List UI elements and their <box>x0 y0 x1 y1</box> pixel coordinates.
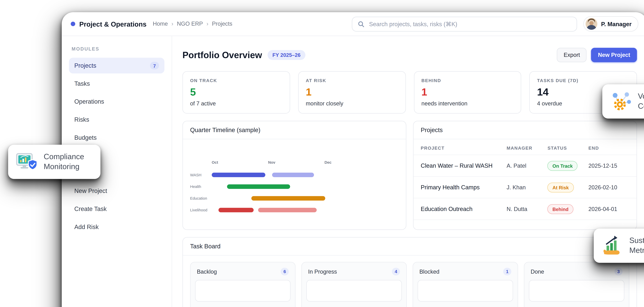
timeline-row: Livelihood <box>190 204 398 216</box>
task-board-columns: Backlog 6 In Progress 4 <box>183 255 636 307</box>
timeline-bar <box>272 173 314 177</box>
task-column-title: In Progress <box>308 268 337 275</box>
task-column-header: Done 3 <box>529 267 624 280</box>
task-column-blocked: Blocked 1 <box>413 262 518 307</box>
timeline-row: Health <box>190 181 398 192</box>
breadcrumb-item-ngo-erp[interactable]: NGO ERP <box>177 21 203 27</box>
kpi-value: 5 <box>190 86 282 98</box>
sidebar-item-projects[interactable]: Projects 7 <box>69 58 164 74</box>
sidebar-action-add-risk[interactable]: Add Risk <box>69 219 164 235</box>
floating-card-label: Sustainability Metrics <box>629 236 644 256</box>
timeline-row-label: Health <box>190 184 212 189</box>
table-row[interactable]: Education Outreach N. Dutta Behind 2026-… <box>414 198 636 220</box>
page-header: Portfolio Overview FY 2025–26 Export New… <box>182 48 637 62</box>
sidebar-item-label: Projects <box>74 62 96 69</box>
sidebar-item-label: Operations <box>74 98 104 105</box>
fiscal-year-badge: FY 2025–26 <box>268 50 306 60</box>
page: Project & Operations Home › NGO ERP › Pr… <box>0 0 644 307</box>
app-window: Project & Operations Home › NGO ERP › Pr… <box>62 12 644 307</box>
task-card[interactable] <box>195 280 290 301</box>
task-column-done: Done 3 <box>524 262 629 307</box>
panel-title: Quarter Timeline (sample) <box>183 121 406 139</box>
task-column-title: Done <box>531 268 544 275</box>
panel-title: Task Board <box>183 237 636 255</box>
breadcrumb-separator: › <box>206 21 208 27</box>
volunteer-coordination-icon <box>610 90 632 113</box>
kpi-label: AT RISK <box>306 78 398 83</box>
end-date-cell: 2026-04-01 <box>588 206 629 212</box>
task-card[interactable] <box>529 280 624 301</box>
projects-table-header: PROJECT MANAGER STATUS END <box>414 139 636 155</box>
page-title: Portfolio Overview <box>182 50 262 60</box>
volunteer-coordination-card[interactable]: Volunteer Coordination <box>602 84 644 119</box>
floating-card-label: Volunteer Coordination <box>638 91 644 112</box>
search-input[interactable] <box>368 20 571 28</box>
sustainability-metrics-card[interactable]: Sustainability Metrics <box>594 228 644 263</box>
task-column-header: Backlog 6 <box>195 267 290 280</box>
breadcrumb-separator: › <box>172 21 173 27</box>
sidebar-action-create-task[interactable]: Create Task <box>69 201 164 217</box>
timeline-plot <box>212 169 398 181</box>
status-cell: Behind <box>548 204 588 214</box>
brand-dot-icon <box>71 22 75 26</box>
search-box[interactable] <box>352 17 577 31</box>
column-header-status: STATUS <box>548 146 588 151</box>
end-date-cell: 2026-02-10 <box>588 184 629 190</box>
timeline-chart: OctNovDecWASHHealthEducationLivelihood <box>183 139 406 229</box>
breadcrumb: Home › NGO ERP › Projects <box>153 21 232 27</box>
export-button[interactable]: Export <box>557 48 587 62</box>
task-count-badge: 3 <box>614 268 622 275</box>
kpi-label: ON TRACK <box>190 78 282 83</box>
kpi-label: BEHIND <box>422 78 514 83</box>
timeline-plot <box>212 181 398 192</box>
task-board-panel: Task Board Backlog 6 In Progress <box>182 237 637 307</box>
column-header-end: END <box>588 146 629 151</box>
compliance-monitoring-card[interactable]: Compliance Monitoring <box>8 145 100 179</box>
task-count-badge: 4 <box>392 268 400 275</box>
table-row[interactable]: Primary Health Camps J. Khan At Risk 202… <box>414 177 636 198</box>
timeline-bar <box>212 173 265 177</box>
user-menu[interactable]: P. Manager <box>584 16 638 32</box>
timeline-bar <box>258 208 316 212</box>
table-row[interactable]: Clean Water – Rural WASH A. Patel On Tra… <box>414 155 636 177</box>
sustainability-metrics-icon <box>601 234 624 257</box>
status-cell: On Track <box>548 161 588 171</box>
app-title: Project & Operations <box>79 20 146 28</box>
task-count-badge: 6 <box>281 268 289 275</box>
brand: Project & Operations <box>71 20 146 28</box>
manager-cell: N. Dutta <box>506 206 548 212</box>
kpi-card-at-risk: AT RISK 1 monitor closely <box>298 71 406 114</box>
projects-panel: Projects PROJECT MANAGER STATUS END Clea… <box>413 121 637 230</box>
panel-title: Projects <box>414 121 636 139</box>
task-count-badge: 1 <box>503 268 511 275</box>
task-card[interactable] <box>418 280 513 301</box>
sidebar-item-tasks[interactable]: Tasks <box>69 76 164 92</box>
breadcrumb-item-home[interactable]: Home <box>153 21 168 27</box>
column-header-project: PROJECT <box>421 146 507 151</box>
sidebar-item-risks[interactable]: Risks <box>69 112 164 127</box>
sidebar-item-operations[interactable]: Operations <box>69 94 164 109</box>
timeline-row-label: Livelihood <box>190 208 212 212</box>
kpi-subtext: needs intervention <box>422 101 514 107</box>
timeline-row-label: Education <box>190 196 212 201</box>
project-name-cell: Clean Water – Rural WASH <box>421 162 507 169</box>
sidebar-section-label: MODULES <box>72 46 164 52</box>
task-column-title: Backlog <box>197 268 217 275</box>
new-project-button[interactable]: New Project <box>591 48 637 62</box>
timeline-month-label: Oct <box>212 160 218 165</box>
status-badge: On Track <box>548 161 578 171</box>
task-card[interactable] <box>306 280 402 301</box>
breadcrumb-item-projects[interactable]: Projects <box>212 21 232 27</box>
project-name-cell: Primary Health Camps <box>421 184 507 191</box>
sidebar-item-budgets[interactable]: Budgets <box>69 130 164 146</box>
timeline-bar <box>227 184 290 189</box>
status-badge: Behind <box>548 204 574 214</box>
sidebar-item-label: Add Risk <box>74 224 99 230</box>
kpi-card-on-track: ON TRACK 5 of 7 active <box>182 71 290 114</box>
timeline-bar <box>251 196 325 201</box>
sidebar-action-new-project[interactable]: New Project <box>69 183 164 199</box>
manager-cell: J. Khan <box>506 184 548 190</box>
task-column-backlog: Backlog 6 <box>190 262 296 307</box>
timeline-plot <box>212 204 398 216</box>
kpi-subtext: monitor closely <box>306 101 398 107</box>
